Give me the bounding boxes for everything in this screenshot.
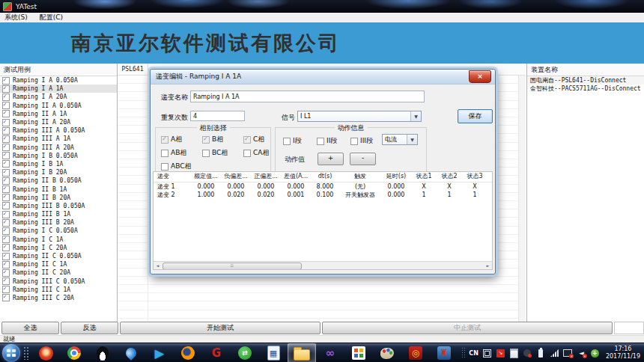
explorer-icon[interactable]: [288, 343, 316, 362]
scroll-right-icon[interactable]: ►: [484, 263, 491, 269]
table-header-cell[interactable]: 状: [487, 172, 493, 182]
checkbox-icon[interactable]: [243, 136, 251, 144]
chevron-down-icon[interactable]: ▼: [410, 111, 421, 121]
language-indicator[interactable]: CN: [469, 350, 479, 357]
test-case-row[interactable]: Ramping II A 20A: [0, 118, 117, 126]
test-case-row[interactable]: Ramping III B 0.050A: [0, 202, 117, 210]
checkbox-checked-icon[interactable]: [2, 277, 10, 285]
menu-system[interactable]: 系统(S): [4, 13, 28, 22]
remove-row-button[interactable]: -: [350, 153, 376, 165]
device-column-header[interactable]: PSL641: [118, 64, 148, 75]
checkbox-checked-icon[interactable]: [2, 194, 10, 201]
menu-config[interactable]: 配置(C): [40, 13, 63, 22]
test-case-row[interactable]: Ramping III A 20A: [0, 144, 117, 152]
phase-checkbox[interactable]: BC相: [202, 148, 243, 158]
ime-box-icon[interactable]: [482, 349, 492, 358]
phase-checkbox[interactable]: B相: [202, 135, 243, 144]
red-wheel-icon[interactable]: ◎: [401, 343, 430, 362]
test-case-row[interactable]: Ramping III B 1A: [0, 210, 117, 218]
shield-icon[interactable]: +: [590, 349, 600, 358]
scrollbar-thumb[interactable]: [162, 263, 302, 270]
checkbox-checked-icon[interactable]: [2, 269, 10, 277]
dialog-titlebar[interactable]: 递变编辑 - Ramping I A 1A: [151, 70, 495, 85]
table-header-cell[interactable]: dt(s): [311, 172, 339, 182]
test-case-row[interactable]: Ramping I A 1A: [0, 85, 117, 93]
checkbox-icon[interactable]: [350, 138, 358, 145]
checkbox-checked-icon[interactable]: [2, 160, 10, 168]
checkbox-checked-icon[interactable]: [2, 244, 10, 251]
media-red-icon[interactable]: [31, 343, 60, 362]
firefox-icon[interactable]: [174, 343, 202, 362]
scroll-left-icon[interactable]: ◄: [154, 263, 161, 269]
phase-checkbox[interactable]: CA相: [243, 148, 274, 158]
test-case-row[interactable]: Ramping I B 1A: [0, 160, 117, 168]
checkbox-checked-icon[interactable]: [2, 261, 10, 269]
test-case-row[interactable]: Ramping II A 0.050A: [0, 102, 117, 110]
phase-checkbox[interactable]: AB相: [161, 148, 202, 158]
phase-checkbox[interactable]: A相: [161, 135, 202, 144]
abort-test-button[interactable]: 中止测试: [322, 322, 613, 334]
tray-grip[interactable]: [461, 347, 465, 359]
checkbox-icon[interactable]: [161, 136, 168, 144]
letter-blocks-icon[interactable]: [344, 343, 373, 362]
paint-icon[interactable]: [373, 343, 401, 362]
action-type-dropdown[interactable]: 电流 ▼: [382, 134, 418, 145]
checkbox-checked-icon[interactable]: [2, 85, 10, 93]
checkbox-checked-icon[interactable]: [2, 152, 10, 159]
table-header-cell[interactable]: 差值(A...: [281, 172, 311, 182]
test-case-row[interactable]: Ramping III A 1A: [0, 135, 117, 143]
water-drop-icon[interactable]: [117, 343, 145, 362]
results-grid-scrollbar[interactable]: [518, 76, 526, 322]
test-case-row[interactable]: Ramping III C 20A: [0, 294, 117, 302]
checkbox-checked-icon[interactable]: [2, 119, 10, 126]
checkbox-checked-icon[interactable]: [2, 185, 10, 193]
test-case-row[interactable]: Ramping II B 1A: [0, 185, 117, 193]
battery-icon[interactable]: [536, 349, 546, 358]
checkbox-icon[interactable]: [202, 150, 210, 157]
checkbox-checked-icon[interactable]: [2, 93, 10, 101]
table-h-scrollbar[interactable]: ◄ ►: [154, 261, 492, 269]
table-header-cell[interactable]: 状态1: [411, 172, 437, 182]
ramp-table-row[interactable]: 递变 21.0000.0200.0200.0010.100开关触发器0.0001…: [154, 191, 492, 199]
volume-muted-icon[interactable]: ◄: [577, 349, 586, 358]
checkbox-checked-icon[interactable]: [2, 169, 10, 177]
green-sync-icon[interactable]: ⇄: [231, 343, 259, 362]
checkbox-checked-icon[interactable]: [2, 227, 10, 235]
start-button[interactable]: [2, 344, 20, 362]
table-header-cell[interactable]: 负偏差...: [221, 172, 251, 182]
test-case-row[interactable]: Ramping I A 20A: [0, 93, 117, 101]
checkbox-checked-icon[interactable]: [2, 219, 10, 227]
checkbox-icon[interactable]: [317, 138, 324, 145]
table-header-cell[interactable]: 额定值...: [191, 172, 221, 182]
test-case-row[interactable]: Ramping II A 1A: [0, 110, 117, 118]
input-red-icon[interactable]: ↘: [496, 349, 505, 358]
test-case-row[interactable]: Ramping I C 1A: [0, 236, 117, 244]
table-header-cell[interactable]: 状态3: [462, 172, 487, 182]
checkbox-checked-icon[interactable]: [2, 135, 10, 143]
stage-checkbox[interactable]: II段: [317, 136, 337, 146]
checkbox-checked-icon[interactable]: [2, 144, 10, 151]
yatest-app-icon[interactable]: ♜: [430, 343, 458, 362]
test-case-row[interactable]: Ramping II B 0.050A: [0, 177, 117, 185]
stage-checkbox[interactable]: I段: [283, 136, 302, 146]
checkbox-checked-icon[interactable]: [2, 253, 10, 260]
checkbox-checked-icon[interactable]: [2, 202, 10, 209]
test-case-row[interactable]: Ramping III A 0.050A: [0, 126, 117, 135]
checkbox-checked-icon[interactable]: [2, 177, 10, 185]
checkbox-checked-icon[interactable]: [2, 127, 10, 135]
qq-icon[interactable]: [88, 343, 117, 362]
calculator-icon[interactable]: ▦: [259, 343, 288, 362]
test-case-row[interactable]: Ramping II C 0.050A: [0, 252, 117, 260]
checkbox-icon[interactable]: [202, 136, 210, 144]
checkbox-checked-icon[interactable]: [2, 211, 10, 218]
checkbox-icon[interactable]: [161, 150, 168, 157]
test-case-row[interactable]: Ramping III C 0.050A: [0, 277, 117, 286]
test-case-row[interactable]: Ramping I C 0.050A: [0, 227, 117, 235]
play-triangle-icon[interactable]: ▶: [145, 343, 174, 362]
checkbox-checked-icon[interactable]: [2, 77, 10, 85]
test-case-row[interactable]: Ramping I B 0.050A: [0, 152, 117, 160]
signal-dropdown[interactable]: I L1 ▼: [297, 111, 422, 122]
select-all-button[interactable]: 全选: [1, 322, 59, 334]
taskbar-grip[interactable]: [23, 346, 30, 360]
checkbox-icon[interactable]: [283, 138, 291, 145]
